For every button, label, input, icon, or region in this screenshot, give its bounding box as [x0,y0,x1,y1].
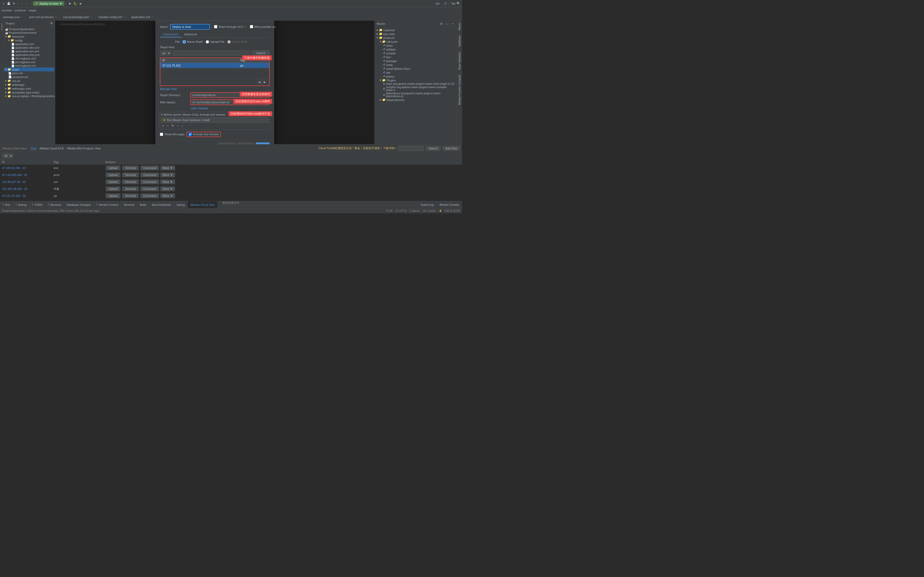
tree-item-test-logback[interactable]: 📄 test-logback.xml [4,64,54,68]
allow-parallel-checkbox[interactable] [250,25,253,28]
back-icon[interactable]: ← [20,2,24,6]
maven-item-package[interactable]: ↺ package [376,59,456,63]
breadcrumb-recorder[interactable]: recorder [2,9,12,12]
maven-item-site[interactable]: ↺ site [376,71,456,74]
status-position[interactable]: 74:39 [386,210,393,212]
tree-item-pom-xml[interactable]: 📄 pom.xml [4,71,54,75]
tree-item-producer-env[interactable]: ☕ ProducerEnvironment [4,31,54,34]
prev-page-button[interactable]: ◀ [257,80,262,84]
upload-file-option[interactable]: Upload File [206,40,225,44]
maven-item-test[interactable]: ↺ test [376,55,456,59]
help-icon[interactable]: ? [244,25,246,28]
manage-host-link[interactable]: Manage Host [160,87,270,91]
bottom-tab-terminal[interactable]: Terminal [121,201,137,208]
terminal-btn-1[interactable]: Terminal [122,172,139,177]
host-ip-link-3[interactable]: 101.201.38.239 : 22 [2,187,27,190]
terminal-btn-0[interactable]: Terminal [122,166,139,170]
maven-item-install[interactable]: ↺ install (Before Run) [376,67,456,71]
tab-close-3[interactable]: × [123,16,125,18]
maven-item-clean[interactable]: ↺ clean [376,44,456,47]
tab-pom-xml[interactable]: pom.xml (producer) × [26,13,60,20]
vert-tab-bean[interactable]: Bean Validation [458,52,461,69]
search-button[interactable]: Search [252,50,270,56]
tab-close-2[interactable]: × [91,16,92,18]
maven-item-plugin-clean[interactable]: ⚙ clean (org.apache.maven.plugins:maven-… [376,82,456,85]
tree-item-app-yml[interactable]: 📄 application.yml [4,42,54,46]
tab-close-0[interactable]: × [21,16,23,18]
down-launch-button[interactable]: ↓ [181,124,184,128]
remove-launch-button[interactable]: − [166,124,170,128]
run-button[interactable]: Run [256,142,270,145]
host-ip-link-0[interactable]: 47.103.52.226 : 22 [2,166,26,169]
more-btn-1[interactable]: More ▼ [160,172,175,177]
tab-deployment[interactable]: Deployment [160,32,181,37]
status-indent[interactable]: 4 spaces [410,210,420,212]
tree-item-target[interactable]: ▾ 📁 target [4,68,54,71]
show-page-checkbox[interactable] [160,133,163,136]
more-btn-0[interactable]: More ▼ [160,166,175,170]
bottom-tab-spring[interactable]: Spring [174,201,188,208]
tree-item-dev-logback[interactable]: 📄 dev-logback.xml [4,56,54,60]
more-btn-4[interactable]: More ▼ [160,193,175,198]
tree-item-vue-pc[interactable]: ▸ 📁 vue-pc [4,79,54,83]
gradle-build-option[interactable]: Gradle Build [228,40,247,44]
tree-item-app-dev-yml[interactable]: 📄 application-dev.yml [4,46,54,50]
status-git[interactable]: Git: master [423,210,436,212]
maven-minimize-icon[interactable]: × [451,22,455,26]
host-ip-link-4[interactable]: 47.111.75.152 : 22 [2,194,26,197]
host-selector[interactable]: yjx [160,50,171,56]
share-vcs-checkbox[interactable] [214,25,217,28]
upload-btn-1[interactable]: Upload [106,172,120,177]
maven-item-dependencies[interactable]: ▸ 📁 Dependencies [376,98,456,102]
upload-btn-2[interactable]: Upload [106,179,120,184]
more-btn-3[interactable]: More ▼ [160,187,175,191]
apply-button[interactable]: Apply [238,142,254,145]
tab-mybatis-config[interactable]: mybatis-config.xml × [95,13,128,20]
menu-icon[interactable]: ≡ [2,2,6,6]
edit-launch-button[interactable]: ✎ [170,124,175,128]
terminal-btn-2[interactable]: Terminal [122,179,139,184]
next-page-button[interactable]: ▶ [262,80,267,84]
maven-item-compile[interactable]: ↺ compile [376,51,456,55]
maven-item-plugins[interactable]: ▾ 📁 Plugins [376,78,456,82]
maven-build-option[interactable]: Maven Build [183,40,203,44]
bottom-tab-host[interactable]: Host [31,147,36,150]
search-icon[interactable]: 🔍 [456,2,460,6]
git-icon[interactable]: ⎇ [443,2,447,6]
maven-item-plugin-compiler[interactable]: ⚙ compiler (org.apache.maven.plugins:mav… [376,85,456,92]
tab-vue-package-json[interactable]: vue-pc/package.json × [60,13,95,20]
tree-item-app-test-yml[interactable]: 📄 application-test.yml [4,53,54,56]
tree-item-webmagic[interactable]: ▸ 📁 webmagic [4,83,54,87]
activate-window-checkbox[interactable] [189,133,192,136]
tab-close-4[interactable]: × [152,16,153,18]
tab-close-1[interactable]: × [55,16,57,18]
host-ip-link-2[interactable]: 115.28.227.34 : 22 [2,181,26,184]
command-btn-4[interactable]: Command [141,193,159,198]
maven-item-verify[interactable]: ↺ verify [376,63,456,67]
tree-item-app-pro-yml[interactable]: 📄 application-pro.yml [4,50,54,53]
deploy-dropdown-arrow[interactable]: ▼ [59,2,62,5]
tree-item-resources[interactable]: ▾ 📁 resources [4,34,54,39]
jrebel-console-tab[interactable]: JRebel Console [436,201,462,208]
command-btn-2[interactable]: Command [141,179,159,184]
command-btn-0[interactable]: Command [141,166,159,170]
breadcrumb-target[interactable]: target [29,9,36,12]
host-search-input[interactable] [173,50,250,56]
bottom-tab-run[interactable]: 4 Run [0,201,13,208]
stop-icon[interactable]: ■ [78,2,82,6]
cancel-button[interactable]: Cancel [218,142,236,145]
bottom-host-select[interactable]: All [2,153,13,158]
bottom-tab-todo[interactable]: 6 TODO [29,201,45,208]
tree-item-pro-logback[interactable]: 📄 pro-logback.xml [4,60,54,64]
upload-btn-4[interactable]: Upload [106,193,120,198]
tree-item-vue-pc-logback[interactable]: ▾ 📁 vue-pc-logback ~/Desktop/yjx/work/vu… [4,94,54,98]
cloud-search-input[interactable] [398,146,424,151]
bottom-tab-mini[interactable]: Alibaba Mini Program View [67,147,101,150]
tab-package-json[interactable]: package.json × [0,13,26,20]
status-warnings[interactable]: ⚡ [439,210,442,212]
bottom-tab-ecs[interactable]: Alibaba Cloud ECS [39,147,64,150]
upload-btn-3[interactable]: Upload [106,187,120,191]
bottom-tab-debug[interactable]: 5 Debug [13,201,29,208]
bottom-tab-build[interactable]: Build [137,201,149,208]
tree-item-config[interactable]: ▾ 📁 config [4,39,54,42]
